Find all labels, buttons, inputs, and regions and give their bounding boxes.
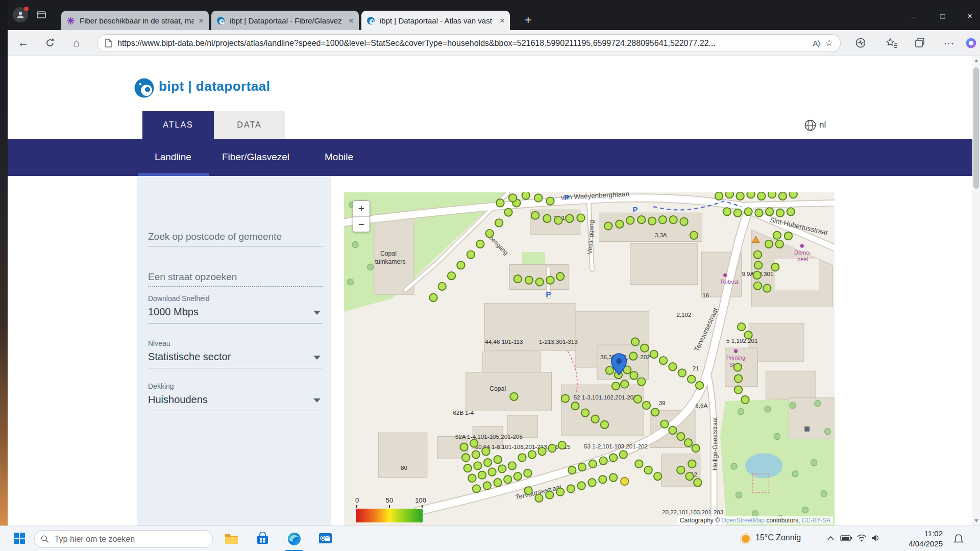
coverage-marker[interactable] [631, 338, 639, 345]
coverage-marker[interactable] [554, 216, 562, 224]
coverage-marker[interactable] [621, 380, 628, 388]
coverage-marker[interactable] [509, 194, 517, 202]
coverage-marker[interactable] [744, 208, 752, 215]
nav-mobile[interactable]: Mobile [313, 152, 364, 163]
taskbar-search[interactable] [34, 530, 213, 548]
coverage-marker[interactable] [669, 216, 677, 223]
coverage-marker[interactable] [776, 240, 783, 248]
coverage-marker[interactable] [634, 395, 642, 403]
coverage-marker[interactable] [736, 192, 744, 200]
coverage-marker[interactable] [726, 192, 733, 198]
license-link[interactable]: CC-BY-SA [802, 517, 830, 524]
coverage-marker[interactable] [696, 382, 703, 389]
coverage-marker[interactable] [531, 211, 539, 219]
coverage-marker[interactable] [470, 439, 478, 447]
coverage-marker[interactable] [483, 482, 491, 489]
coverage-marker[interactable] [474, 462, 481, 469]
new-tab-button[interactable]: + [525, 13, 531, 27]
coverage-marker[interactable] [448, 272, 455, 280]
taskbar-clock[interactable]: 11:02 4/04/2025 [896, 529, 943, 549]
coverage-marker[interactable] [651, 408, 659, 416]
coverage-marker[interactable] [558, 441, 566, 449]
coverage-marker[interactable] [643, 402, 650, 409]
home-button[interactable]: ⌂ [73, 36, 80, 49]
coverage-marker[interactable] [504, 475, 511, 483]
coverage-marker[interactable] [548, 444, 556, 452]
coverage-marker[interactable] [638, 378, 645, 385]
coverage-marker[interactable] [496, 199, 504, 207]
coverage-marker[interactable] [768, 192, 776, 198]
coverage-marker[interactable] [609, 454, 617, 461]
coverage-marker[interactable] [438, 283, 446, 290]
coverage-marker[interactable] [486, 230, 494, 237]
coverage-marker[interactable] [495, 219, 503, 227]
tab-close-icon[interactable]: × [199, 16, 204, 25]
coverage-marker[interactable] [734, 209, 742, 217]
zoom-in-button[interactable]: + [353, 201, 370, 216]
level-select[interactable]: Niveau Statistische sector [148, 339, 323, 368]
coverage-marker[interactable] [494, 456, 501, 463]
coverage-select[interactable]: Dekking Huishoudens [148, 382, 323, 411]
coverage-marker[interactable] [757, 192, 765, 200]
coverage-marker[interactable] [476, 240, 484, 248]
language-selector[interactable]: nl [819, 120, 826, 130]
coverage-marker[interactable] [789, 192, 797, 198]
coverage-marker[interactable] [543, 215, 551, 222]
coverage-marker-yellow[interactable] [621, 478, 628, 485]
coverage-marker[interactable] [747, 192, 754, 198]
coverage-marker[interactable] [556, 488, 564, 495]
coverage-marker[interactable] [524, 487, 532, 494]
favorites-icon[interactable] [886, 37, 897, 51]
coverage-marker[interactable] [754, 261, 762, 269]
page-scrollbar[interactable] [972, 56, 980, 525]
coverage-marker[interactable] [641, 344, 648, 352]
coverage-marker[interactable] [669, 363, 676, 370]
coverage-marker[interactable] [754, 251, 762, 258]
coverage-marker[interactable] [578, 463, 586, 471]
scrollbar-thumb[interactable] [973, 67, 979, 189]
coverage-marker[interactable] [694, 479, 701, 486]
coverage-marker[interactable] [462, 454, 470, 461]
coverage-marker[interactable] [464, 464, 472, 472]
coverage-marker[interactable] [620, 450, 627, 458]
coverage-marker[interactable] [785, 232, 792, 240]
coverage-marker[interactable] [457, 261, 464, 269]
coverage-marker[interactable] [734, 374, 742, 382]
coverage-marker[interactable] [568, 466, 576, 474]
coverage-marker[interactable] [484, 459, 492, 466]
coverage-marker[interactable] [528, 450, 536, 458]
zoom-out-button[interactable]: − [353, 216, 370, 232]
coverage-marker[interactable] [467, 251, 475, 258]
coverage-marker[interactable] [566, 215, 573, 222]
coverage-marker[interactable] [510, 393, 518, 400]
coverage-marker[interactable] [763, 284, 771, 292]
coverage-marker[interactable] [546, 276, 554, 284]
coverage-marker[interactable] [567, 485, 575, 492]
coverage-marker[interactable] [488, 468, 496, 475]
network-wifi-icon[interactable] [856, 534, 867, 542]
coverage-marker[interactable] [669, 427, 676, 434]
scroll-down-arrow[interactable] [974, 519, 978, 522]
url-bar[interactable]: https://www.bipt-data.be/nl/projects/atl… [97, 34, 841, 52]
coverage-marker[interactable] [616, 220, 623, 228]
coverage-marker[interactable] [734, 386, 742, 393]
globe-icon[interactable] [804, 119, 816, 131]
coverage-marker[interactable] [688, 375, 695, 383]
coverage-marker[interactable] [599, 457, 607, 464]
coverage-marker[interactable] [599, 475, 606, 483]
coverage-marker[interactable] [776, 209, 784, 217]
nav-fiber[interactable]: Fiber/Glasvezel [215, 152, 297, 163]
refresh-button[interactable] [44, 37, 56, 51]
coverage-marker[interactable] [534, 194, 542, 202]
coverage-marker[interactable] [589, 460, 597, 467]
browser-tab-active[interactable]: ibpt | Dataportaal - Atlas van vast × [361, 11, 510, 30]
hidden-icons-chevron[interactable] [827, 535, 835, 541]
download-speed-select[interactable]: Download Snelheid 1000 Mbps [148, 294, 323, 323]
taskbar-search-input[interactable] [54, 534, 206, 544]
coverage-marker[interactable] [692, 444, 700, 452]
coverage-marker[interactable] [524, 469, 531, 477]
coverage-marker[interactable] [654, 472, 662, 480]
street-search-input[interactable] [148, 268, 323, 286]
coverage-marker[interactable] [472, 450, 480, 458]
coverage-marker[interactable] [715, 192, 723, 200]
